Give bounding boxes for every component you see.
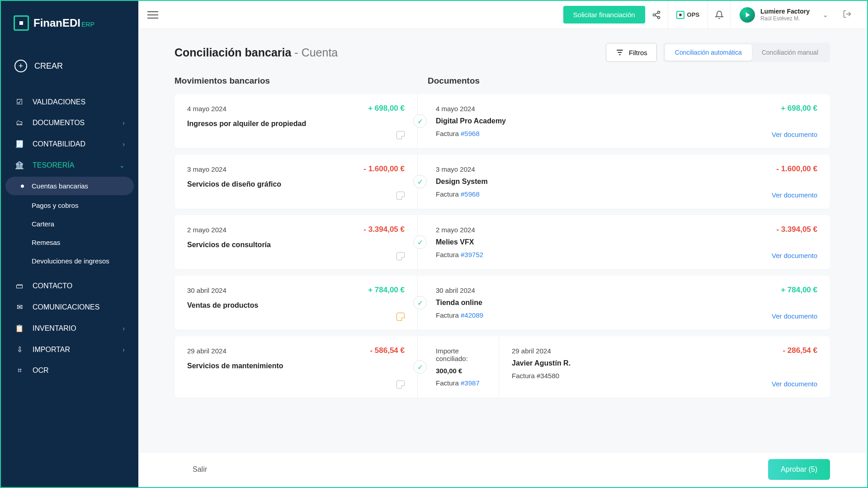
note-icon[interactable] <box>396 380 405 389</box>
note-icon[interactable] <box>396 131 405 139</box>
user-menu[interactable]: Lumiere Factory Raúl Estévez M. ⌄ <box>730 1 837 29</box>
sub-remesas[interactable]: Remesas <box>1 233 138 252</box>
match-check-icon[interactable]: ✓ <box>413 114 427 128</box>
document-vendor: Javier Agustín R. <box>512 359 817 367</box>
chevron-down-icon: ⌄ <box>119 162 125 169</box>
nav-validaciones[interactable]: ☑ VALIDACIONES <box>1 91 138 113</box>
movement-amount: - 1.600,00 € <box>363 164 405 174</box>
import-icon: ⇩ <box>14 345 24 354</box>
toggle-auto[interactable]: Conciliación automática <box>665 44 752 61</box>
svg-point-0 <box>658 11 660 13</box>
document-date: 4 mayo 2024 <box>436 105 817 113</box>
document-vendor: Design System <box>436 178 817 186</box>
view-document-link[interactable]: Ver documento <box>772 380 817 388</box>
nav-importar[interactable]: ⇩ IMPORTAR › <box>1 339 138 360</box>
mail-icon: ✉ <box>14 303 24 311</box>
view-document-link[interactable]: Ver documento <box>772 191 817 199</box>
sub-pagos-cobros[interactable]: Pagos y cobros <box>1 196 138 215</box>
nav-inventario[interactable]: 📋 INVENTARIO › <box>1 318 138 339</box>
document-vendor: Digital Pro Academy <box>436 117 817 125</box>
accounting-icon: 🧾 <box>14 140 24 148</box>
note-icon[interactable] <box>396 313 405 321</box>
match-check-icon[interactable]: ✓ <box>413 360 427 374</box>
ops-button[interactable]: OPS <box>668 1 708 29</box>
reconciliation-row[interactable]: 29 abril 2024 Servicios de mantenimiento… <box>175 336 830 398</box>
contact-icon: 🗃 <box>14 282 24 290</box>
reconciled-label: Importe conciliado: <box>436 347 491 362</box>
nav-documentos[interactable]: 🗂 DOCUMENTOS › <box>1 113 138 133</box>
logout-icon[interactable] <box>837 9 857 20</box>
movement-cell: 29 abril 2024 Servicios de mantenimiento… <box>175 336 418 398</box>
user-name: Raúl Estévez M. <box>760 15 810 23</box>
movement-amount: - 3.394,05 € <box>363 225 405 234</box>
note-icon[interactable] <box>396 192 405 200</box>
nav-contacto[interactable]: 🗃 CONTACTO <box>1 276 138 296</box>
document-amount: - 286,54 € <box>783 346 817 355</box>
invoice-link[interactable]: #39752 <box>461 251 483 258</box>
nav-tesoreria[interactable]: 🏦 TESORERÍA ⌄ <box>1 155 138 176</box>
movement-description: Servicios de consultoría <box>187 241 405 249</box>
notifications-icon[interactable] <box>708 1 730 29</box>
document-vendor: Melies VFX <box>436 238 817 246</box>
reconciliation-row[interactable]: 2 mayo 2024 Servicios de consultoría - 3… <box>175 215 830 269</box>
request-finance-button[interactable]: Solicitar financiación <box>563 6 645 23</box>
main-content: Conciliación bancaria - Cuenta Filtros C… <box>138 29 866 486</box>
chevron-right-icon: › <box>123 119 125 127</box>
sub-devoluciones[interactable]: Devoluciones de ingresos <box>1 252 138 270</box>
create-button[interactable]: + CREAR <box>1 52 138 80</box>
invoice-link[interactable]: #3987 <box>461 379 480 387</box>
toggle-manual[interactable]: Conciliación manual <box>752 44 828 61</box>
documents-icon: 🗂 <box>14 119 24 127</box>
movement-cell: 2 mayo 2024 Servicios de consultoría - 3… <box>175 215 418 269</box>
logo[interactable]: FinanEDIERP <box>1 12 138 43</box>
chevron-right-icon: › <box>123 141 125 148</box>
document-cell: 2 mayo 2024 Melies VFX Factura #39752 - … <box>418 215 830 269</box>
invoice-link[interactable]: #5968 <box>461 190 480 198</box>
document-amount: - 3.394,05 € <box>776 225 817 234</box>
reconciliation-row[interactable]: 4 mayo 2024 Ingresos por alquiler de pro… <box>175 94 830 148</box>
svg-point-2 <box>658 16 660 19</box>
user-company: Lumiere Factory <box>760 7 810 15</box>
match-check-icon[interactable]: ✓ <box>413 296 427 310</box>
clipboard-icon: 📋 <box>14 324 24 333</box>
nav-ocr[interactable]: ⌗ OCR <box>1 360 138 381</box>
logo-text: FinanEDI <box>33 17 80 29</box>
svg-point-1 <box>653 14 656 16</box>
approve-button[interactable]: Aprobar (5) <box>768 459 830 480</box>
reconciliation-row[interactable]: 3 mayo 2024 Servicios de diseño gráfico … <box>175 155 830 209</box>
movement-cell: 4 mayo 2024 Ingresos por alquiler de pro… <box>175 94 418 148</box>
bank-icon: 🏦 <box>14 161 24 169</box>
menu-toggle-button[interactable] <box>147 9 158 21</box>
exit-link[interactable]: Salir <box>193 465 207 474</box>
col-header-movements: Movimientos bancarios <box>175 76 428 86</box>
match-check-icon[interactable]: ✓ <box>413 175 427 188</box>
nav-comunicaciones[interactable]: ✉ COMUNICACIONES <box>1 296 138 318</box>
document-date: 30 abril 2024 <box>436 286 817 294</box>
view-document-link[interactable]: Ver documento <box>772 252 817 259</box>
view-document-link[interactable]: Ver documento <box>772 312 817 320</box>
reconciliation-row[interactable]: 30 abril 2024 Ventas de productos + 784,… <box>175 276 830 330</box>
invoice-link[interactable]: #42089 <box>461 311 483 319</box>
invoice-link[interactable]: #5968 <box>461 130 480 137</box>
share-icon[interactable] <box>645 1 668 29</box>
check-list-icon: ☑ <box>14 98 24 106</box>
create-label: CREAR <box>34 61 63 71</box>
match-check-icon[interactable]: ✓ <box>413 235 427 249</box>
logo-icon <box>14 15 29 31</box>
sub-cuentas-bancarias[interactable]: Cuentas bancarias <box>5 177 134 195</box>
nav-contabilidad[interactable]: 🧾 CONTABILIDAD › <box>1 133 138 155</box>
movement-description: Ingresos por alquiler de propiedad <box>187 120 405 128</box>
document-amount: - 1.600,00 € <box>776 164 817 174</box>
view-document-link[interactable]: Ver documento <box>772 131 817 138</box>
sub-cartera[interactable]: Cartera <box>1 215 138 233</box>
note-icon[interactable] <box>396 252 405 260</box>
plus-icon: + <box>14 60 27 72</box>
movement-description: Ventas de productos <box>187 301 405 310</box>
movement-description: Servicios de mantenimiento <box>187 362 405 370</box>
filters-button[interactable]: Filtros <box>606 43 657 62</box>
movement-cell: 3 mayo 2024 Servicios de diseño gráfico … <box>175 155 418 209</box>
topbar: Solicitar financiación OPS Lumiere Facto… <box>138 1 866 29</box>
document-cell: 29 abril 2024 Javier Agustín R. Factura … <box>499 336 830 398</box>
document-cell: 30 abril 2024 Tienda online Factura #420… <box>418 276 830 330</box>
movement-amount: + 698,00 € <box>368 104 405 113</box>
